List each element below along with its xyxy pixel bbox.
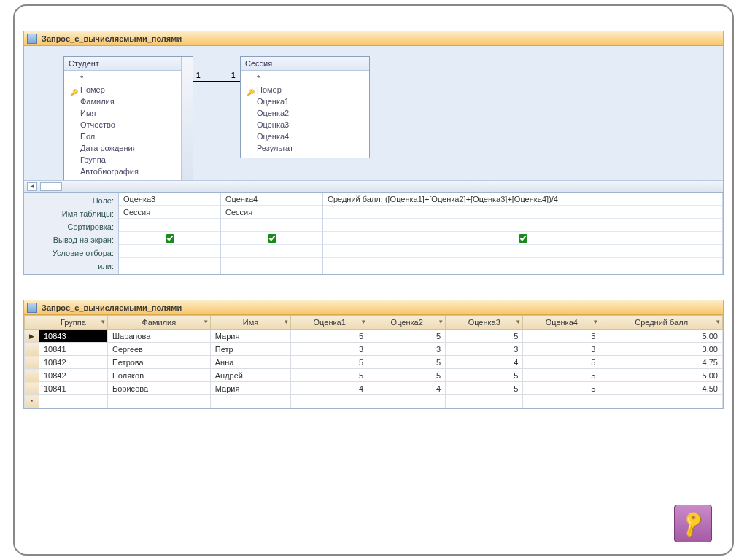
show-checkbox[interactable] — [519, 234, 527, 243]
cell[interactable]: Мария — [210, 330, 290, 343]
column-header[interactable]: Оценка1▾ — [291, 316, 368, 330]
scrollbar-horizontal[interactable]: ◄ — [24, 180, 723, 192]
table-field[interactable]: Номер — [67, 84, 191, 96]
cell[interactable]: Петрова — [107, 356, 210, 369]
cell[interactable]: 10843 — [39, 330, 108, 343]
table-field-list[interactable]: *НомерОценка1Оценка2Оценка3Оценка4Резуль… — [241, 71, 369, 155]
cell[interactable]: 5 — [523, 382, 600, 395]
cell[interactable] — [210, 395, 290, 408]
table-header[interactable]: Студент — [64, 57, 193, 71]
table-box-session[interactable]: Сессия *НомерОценка1Оценка2Оценка3Оценка… — [240, 56, 370, 158]
row-selector[interactable]: ▶ — [25, 330, 39, 343]
table-field[interactable]: Оценка2 — [244, 107, 368, 119]
new-row-marker[interactable]: * — [25, 395, 39, 408]
cell[interactable]: Мария — [210, 382, 290, 395]
cell[interactable] — [368, 395, 446, 408]
show-checkbox[interactable] — [268, 234, 276, 243]
cell[interactable]: 3 — [523, 343, 600, 356]
cell[interactable]: 3 — [291, 343, 368, 356]
dropdown-icon[interactable]: ▾ — [716, 318, 720, 325]
cell[interactable]: 4,75 — [600, 356, 723, 369]
qbe-cell[interactable] — [323, 232, 722, 245]
cell[interactable]: 3 — [446, 343, 523, 356]
qbe-grid[interactable]: Поле: Имя таблицы: Сортировка: Вывод на … — [24, 192, 723, 274]
cell[interactable] — [446, 395, 523, 408]
new-row[interactable]: * — [25, 395, 723, 408]
cell[interactable]: 3 — [368, 343, 446, 356]
column-header[interactable]: Группа▾ — [39, 316, 108, 330]
cell[interactable]: 5 — [368, 356, 446, 369]
qbe-cell[interactable] — [221, 232, 322, 245]
qbe-cell[interactable]: Оценка4 — [221, 192, 322, 206]
column-header[interactable]: Оценка3▾ — [446, 316, 523, 330]
dropdown-icon[interactable]: ▾ — [101, 318, 105, 325]
qbe-cell[interactable]: Сессия — [119, 206, 220, 219]
cell[interactable]: 5,00 — [600, 330, 723, 343]
qbe-cell[interactable] — [119, 258, 220, 271]
cell[interactable]: 4,50 — [600, 382, 723, 395]
cell[interactable]: 5 — [446, 330, 523, 343]
table-header[interactable]: Сессия — [241, 57, 369, 71]
table-field[interactable]: Номер — [244, 84, 368, 96]
show-checkbox[interactable] — [166, 234, 174, 243]
qbe-cell[interactable] — [119, 245, 220, 258]
select-all-corner[interactable] — [25, 316, 39, 330]
table-row[interactable]: 10842ПоляковАндрей55555,00 — [25, 369, 723, 382]
cell[interactable]: 10842 — [39, 369, 108, 382]
cell[interactable]: 5 — [446, 369, 523, 382]
cell[interactable]: 4 — [368, 382, 446, 395]
table-row[interactable]: 10841СергеевПетр33333,00 — [25, 343, 723, 356]
cell[interactable] — [600, 395, 723, 408]
cell[interactable]: Сергеев — [107, 343, 210, 356]
dropdown-icon[interactable]: ▾ — [516, 318, 520, 325]
table-field[interactable]: Оценка1 — [244, 96, 368, 107]
cell[interactable]: 5 — [368, 369, 446, 382]
qbe-cell[interactable] — [221, 245, 322, 258]
row-selector[interactable] — [25, 369, 39, 382]
qbe-cell[interactable] — [323, 245, 722, 258]
table-field[interactable]: Результат — [244, 142, 368, 154]
table-field[interactable]: Фамилия — [67, 96, 191, 107]
dropdown-icon[interactable]: ▾ — [362, 318, 365, 325]
table-field[interactable]: Имя — [67, 107, 191, 119]
qbe-column[interactable]: Оценка3Сессия — [119, 192, 221, 274]
qbe-cell[interactable] — [323, 206, 722, 219]
cell[interactable]: Борисова — [107, 382, 210, 395]
table-field[interactable]: * — [244, 72, 368, 84]
qbe-cell[interactable] — [119, 219, 220, 232]
table-field[interactable]: Пол — [67, 131, 191, 142]
table-row[interactable]: 10842ПетроваАнна55454,75 — [25, 356, 723, 369]
qbe-cell[interactable] — [119, 232, 220, 245]
cell[interactable]: 5 — [523, 356, 600, 369]
cell[interactable]: Анна — [210, 356, 290, 369]
relationships-pane[interactable]: Студент *НомерФамилияИмяОтчествоПолДата … — [24, 46, 723, 192]
column-header[interactable]: Имя▾ — [210, 316, 290, 330]
qbe-cell[interactable]: Сессия — [221, 206, 322, 219]
table-field[interactable]: Оценка3 — [244, 119, 368, 131]
cell[interactable]: 5 — [368, 330, 446, 343]
row-selector[interactable] — [25, 382, 39, 395]
qbe-cell[interactable] — [221, 258, 322, 271]
result-title-bar[interactable]: Запрос_с_вычисляемыми_полями — [24, 300, 723, 315]
scrollbar-vertical[interactable] — [181, 57, 193, 182]
table-field[interactable]: Автобиография — [67, 166, 191, 177]
scroll-thumb[interactable] — [40, 182, 62, 191]
table-field[interactable]: Отчество — [67, 119, 191, 131]
cell[interactable] — [107, 395, 210, 408]
cell[interactable]: 4 — [291, 382, 368, 395]
cell[interactable]: Петр — [210, 343, 290, 356]
table-row[interactable]: 10841БорисоваМария44554,50 — [25, 382, 723, 395]
cell[interactable]: 10841 — [39, 343, 108, 356]
cell[interactable]: 5 — [446, 382, 523, 395]
qbe-column[interactable]: Оценка4Сессия — [221, 192, 323, 274]
cell[interactable]: 5 — [291, 330, 368, 343]
table-field-list[interactable]: *НомерФамилияИмяОтчествоПолДата рождения… — [64, 71, 193, 179]
column-header[interactable]: Оценка2▾ — [368, 316, 446, 330]
table-field[interactable]: Группа — [67, 154, 191, 166]
cell[interactable]: 10842 — [39, 356, 108, 369]
cell[interactable] — [39, 395, 108, 408]
table-box-student[interactable]: Студент *НомерФамилияИмяОтчествоПолДата … — [63, 56, 193, 183]
cell[interactable]: 5,00 — [600, 369, 723, 382]
cell[interactable]: Поляков — [107, 369, 210, 382]
column-header[interactable]: Средний балл▾ — [600, 316, 723, 330]
